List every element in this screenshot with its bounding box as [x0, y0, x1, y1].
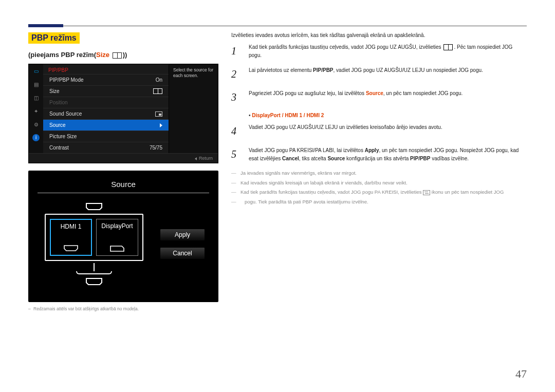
- source-left-screen[interactable]: HDMI 1: [50, 219, 92, 256]
- menu-icon: [443, 44, 453, 50]
- gear-icon[interactable]: ⚙: [32, 121, 40, 128]
- chevron-left-icon: [195, 157, 197, 160]
- swap-icon: [423, 190, 430, 195]
- osd-title: PIP/PBP: [43, 64, 169, 74]
- note-3: Kad tiek parādīts funkcijas taustiņu ceļ…: [231, 189, 527, 196]
- pip-icon[interactable]: ◫: [32, 94, 40, 101]
- hdmi-connector-icon: [63, 245, 79, 252]
- step-3: 3 Pagrieziet JOG pogu uz augšu/uz leju, …: [231, 89, 527, 105]
- image-disclaimer: Redzamais attēls var būt atšķirīgs atkar…: [28, 306, 218, 311]
- chevron-right-icon: [160, 123, 162, 127]
- pbp-split-icon: [153, 88, 162, 94]
- pbp-split-icon: [113, 52, 122, 59]
- osd-row-position: Position: [43, 97, 169, 108]
- osd-sidebar: ▭ ▤ ◫ ✦ ⚙ i: [29, 64, 43, 153]
- apply-button[interactable]: Apply: [160, 229, 205, 241]
- source-right-screen[interactable]: DisplayPort: [96, 219, 138, 256]
- subheading: (pieejams PBP režīm(Size )): [28, 51, 218, 59]
- note-3b: pogu. Tiek parādīta tā pati PBP avota ie…: [231, 198, 527, 206]
- source-panel-title: Source: [38, 180, 209, 193]
- source-panel: Source HDMI 1: [28, 171, 218, 302]
- osd-row-picsize[interactable]: Picture Size: [43, 130, 169, 142]
- monitor-graphic: HDMI 1 DisplayPort: [38, 199, 151, 289]
- intro-text: Izvēlieties ievades avotus ierīcēm, kas …: [231, 32, 527, 38]
- picture-icon[interactable]: ▤: [32, 81, 40, 88]
- pip-mini-icon: [155, 111, 162, 117]
- step-5: 5 Vadiet JOG pogu PA KREISI/PA LABI, lai…: [231, 146, 527, 162]
- info-icon[interactable]: i: [32, 134, 40, 141]
- cancel-button[interactable]: Cancel: [160, 247, 205, 259]
- osd-row-source[interactable]: Source: [43, 119, 169, 130]
- osd-row-size[interactable]: Size: [43, 85, 169, 97]
- osd-menu: ▭ ▤ ◫ ✦ ⚙ i PIP/PBP PIP/PBP ModeOn Size: [28, 64, 218, 163]
- note-1: Ja ievades signāls nav vienmērīgs, ekrān…: [231, 170, 527, 177]
- hdmi-connector-icon: [85, 277, 103, 286]
- step-2: 2 Lai pārvietotos uz elementu PIP/PBP, v…: [231, 66, 527, 82]
- settings-icon[interactable]: ✦: [32, 107, 40, 115]
- monitor-icon[interactable]: ▭: [32, 67, 40, 74]
- hdmi-connector-icon: [85, 202, 103, 211]
- port-options: DisplayPort / HDMI 1 / HDMI 2: [249, 113, 527, 118]
- osd-hint: Select the source for each screen.: [169, 64, 218, 153]
- osd-row-contrast[interactable]: Contrast75/75: [43, 142, 169, 153]
- step-1: 1 Kad tiek parādīts funkcijas taustiņu c…: [231, 43, 527, 59]
- step-4: 4 Vadiet JOG pogu UZ AUGŠU/UZ LEJU un iz…: [231, 123, 527, 139]
- page-number: 47: [515, 367, 527, 381]
- osd-row-mode[interactable]: PIP/PBP ModeOn: [43, 74, 169, 85]
- displayport-connector-icon: [109, 245, 125, 252]
- osd-row-sound[interactable]: Sound Source: [43, 108, 169, 119]
- section-title: PBP režīms: [28, 32, 80, 44]
- osd-return[interactable]: Return: [29, 153, 218, 163]
- note-2: Kad ievades signāls kreisajā un labajā e…: [231, 179, 527, 187]
